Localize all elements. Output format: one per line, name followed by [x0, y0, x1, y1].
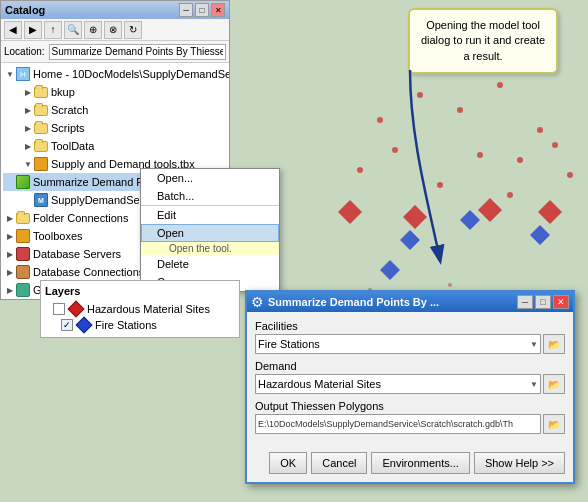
collapse-arrow[interactable]: ▼ [5, 69, 15, 79]
dialog-footer: OK Cancel Environments... Show Help >> [247, 448, 573, 482]
forward-button[interactable]: ▶ [24, 21, 42, 39]
expand-arrow[interactable]: ▶ [23, 141, 33, 151]
no-arrow [23, 195, 33, 205]
tree-item-scratch[interactable]: ▶ Scratch [3, 101, 227, 119]
tree-label-scratch: Scratch [51, 104, 88, 116]
tree-item-bkup[interactable]: ▶ bkup [3, 83, 227, 101]
svg-marker-20 [538, 200, 562, 224]
menu-item-open-dialog[interactable]: Open... [141, 169, 279, 187]
disconnect-button[interactable]: ⊗ [104, 21, 122, 39]
svg-point-4 [537, 127, 543, 133]
facilities-label: Facilities [255, 320, 565, 332]
menu-item-delete[interactable]: Delete [141, 255, 279, 273]
folder-icon [33, 84, 49, 100]
toolbox-icon [15, 228, 31, 244]
menu-item-batch[interactable]: Batch... [141, 187, 279, 205]
tree-label-scripts: Scripts [51, 122, 85, 134]
folder-icon [33, 102, 49, 118]
menu-item-edit[interactable]: Edit [141, 205, 279, 224]
layers-panel: Layers Hazardous Material Sites ✓ Fire S… [40, 280, 240, 338]
folder-icon [33, 120, 49, 136]
tree-label-home: Home - 10DocModels\SupplyDemandService [33, 68, 229, 80]
show-help-button[interactable]: Show Help >> [474, 452, 565, 474]
facilities-browse-button[interactable]: 📂 [543, 334, 565, 354]
connect-button[interactable]: ⊕ [84, 21, 102, 39]
tree-label-db-connections: Database Connections [33, 266, 144, 278]
menu-item-open[interactable]: Open [141, 224, 279, 242]
hazmat-checkbox[interactable] [53, 303, 65, 315]
home-icon: H [15, 66, 31, 82]
refresh-button[interactable]: ↻ [124, 21, 142, 39]
expand-arrow[interactable]: ▶ [23, 105, 33, 115]
mxd-icon: M [33, 192, 49, 208]
svg-point-0 [377, 117, 383, 123]
gis-icon [15, 282, 31, 298]
collapse-arrow[interactable]: ▼ [23, 159, 33, 169]
output-row: E:\10DocModels\SupplyDemandService\Scrat… [255, 414, 565, 434]
expand-arrow[interactable]: ▶ [23, 87, 33, 97]
tree-item-tooldata[interactable]: ▶ ToolData [3, 137, 227, 155]
minimize-button[interactable]: ─ [179, 3, 193, 17]
demand-browse-button[interactable]: 📂 [543, 374, 565, 394]
tree-label-folder-connections: Folder Connections [33, 212, 128, 224]
svg-marker-17 [338, 200, 362, 224]
close-button[interactable]: ✕ [211, 3, 225, 17]
expand-arrow[interactable]: ▶ [5, 231, 15, 241]
catalog-titlebar: Catalog ─ □ ✕ [1, 1, 229, 19]
fire-station-icon [76, 317, 93, 334]
demand-value: Hazardous Material Sites [258, 378, 381, 390]
dialog-maximize-button[interactable]: □ [535, 295, 551, 309]
location-label: Location: [4, 46, 45, 57]
svg-point-8 [552, 142, 558, 148]
svg-marker-18 [403, 205, 427, 229]
svg-point-9 [357, 167, 363, 173]
expand-arrow[interactable]: ▶ [23, 123, 33, 133]
svg-marker-14 [460, 210, 480, 230]
facilities-dropdown[interactable]: Fire Stations ▼ [255, 334, 541, 354]
menu-item-open-tooltip: Open the tool. [141, 242, 279, 255]
dialog-close-button[interactable]: ✕ [553, 295, 569, 309]
dialog-title: Summarize Demand Points By ... [268, 296, 439, 308]
folder-icon [33, 138, 49, 154]
demand-row: Hazardous Material Sites ▼ 📂 [255, 374, 565, 394]
maximize-button[interactable]: □ [195, 3, 209, 17]
demand-dropdown[interactable]: Hazardous Material Sites ▼ [255, 374, 541, 394]
catalog-toolbar: ◀ ▶ ↑ 🔍 ⊕ ⊗ ↻ [1, 19, 229, 41]
expand-arrow[interactable]: ▶ [5, 213, 15, 223]
output-browse-button[interactable]: 📂 [543, 414, 565, 434]
back-button[interactable]: ◀ [4, 21, 22, 39]
output-value: E:\10DocModels\SupplyDemandService\Scrat… [258, 419, 513, 429]
ok-button[interactable]: OK [269, 452, 307, 474]
dialog-minimize-button[interactable]: ─ [517, 295, 533, 309]
tree-label-bkup: bkup [51, 86, 75, 98]
layer-label-hazmat: Hazardous Material Sites [87, 303, 210, 315]
svg-marker-19 [478, 198, 502, 222]
context-menu: Open... Batch... Edit Open Open the tool… [140, 168, 280, 292]
layer-item-hazmat[interactable]: Hazardous Material Sites [45, 301, 235, 317]
facilities-dropdown-arrow: ▼ [530, 340, 538, 349]
layers-title: Layers [45, 285, 235, 297]
expand-arrow[interactable]: ▶ [5, 267, 15, 277]
cancel-button[interactable]: Cancel [311, 452, 367, 474]
svg-point-2 [457, 107, 463, 113]
svg-marker-15 [530, 225, 550, 245]
location-input[interactable] [49, 44, 226, 60]
search-button[interactable]: 🔍 [64, 21, 82, 39]
callout-bubble: Opening the model tool dialog to run it … [408, 8, 558, 74]
expand-arrow[interactable]: ▶ [5, 249, 15, 259]
dialog-titlebar-buttons: ─ □ ✕ [517, 295, 569, 309]
tree-item-home[interactable]: ▼ H Home - 10DocModels\SupplyDemandServi… [3, 65, 227, 83]
dialog-titlebar: ⚙ Summarize Demand Points By ... ─ □ ✕ [247, 292, 573, 312]
environments-button[interactable]: Environments... [371, 452, 469, 474]
facilities-row: Fire Stations ▼ 📂 [255, 334, 565, 354]
layer-item-fire[interactable]: ✓ Fire Stations [45, 317, 235, 333]
tree-item-scripts[interactable]: ▶ Scripts [3, 119, 227, 137]
tool-icon [15, 174, 31, 190]
expand-arrow[interactable]: ▶ [5, 285, 15, 295]
fire-checkbox[interactable]: ✓ [61, 319, 73, 331]
demand-dropdown-arrow: ▼ [530, 380, 538, 389]
svg-point-5 [392, 147, 398, 153]
db-icon [15, 246, 31, 262]
output-path-field[interactable]: E:\10DocModels\SupplyDemandService\Scrat… [255, 414, 541, 434]
up-button[interactable]: ↑ [44, 21, 62, 39]
